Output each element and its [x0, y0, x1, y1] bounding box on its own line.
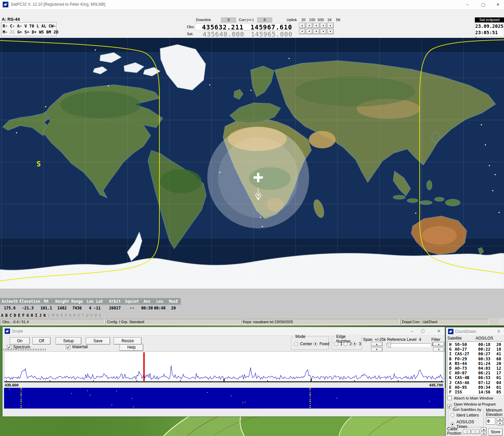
sat-letter-A[interactable]: A [1, 313, 5, 318]
scope-on-button[interactable]: On [10, 337, 30, 345]
min-elevation-down-button[interactable]: ▼ [497, 422, 503, 425]
waterfall-display[interactable] [4, 388, 444, 409]
edge-3-radio[interactable] [353, 342, 357, 346]
slider-track[interactable] [386, 343, 431, 347]
countdown-row-rs-44[interactable]: ARS-4401:2420 [447, 361, 503, 366]
col-header-los: Los [154, 299, 166, 304]
scope-minimize-button[interactable]: – [411, 329, 413, 334]
sat-letter-I[interactable]: I [35, 313, 40, 318]
countdown-row-iss[interactable]: FISS14:5605 [447, 390, 503, 394]
tune-up-button-1K[interactable]: ▲ [320, 23, 327, 28]
calibr-left-button[interactable]: ◄ [463, 430, 471, 434]
scope-maximize-button[interactable]: ▢ [421, 329, 425, 333]
cd-id: K [449, 375, 451, 380]
sat-letter-M: M [52, 313, 56, 318]
minimize-button[interactable]: – [462, 1, 473, 8]
satellite-ident-letters[interactable]: ABCDEFGHIJKLMNOPQRSTUVWX [1, 312, 103, 318]
edge-2[interactable]: 2 [344, 342, 352, 346]
scope-setup-button[interactable]: Setup [56, 337, 81, 345]
minimum-elevation-input[interactable]: 0 [486, 418, 495, 425]
countdown-row-ao-95[interactable]: EAO-9509:3401 [447, 385, 503, 390]
scope-close-button[interactable]: ✕ [437, 329, 441, 334]
edge-3[interactable]: 3 [353, 342, 361, 346]
edge-2-radio[interactable] [344, 342, 348, 346]
tune-down-button-100[interactable]: ▼ [306, 29, 312, 34]
sat-letter-B[interactable]: B [5, 313, 10, 318]
edge-1-radio[interactable] [334, 342, 338, 346]
sat-letter-G[interactable]: G [26, 313, 31, 318]
help-button[interactable]: Help [120, 344, 143, 351]
edge-1[interactable]: 1 [334, 342, 343, 346]
uplink-label: Uplink [287, 18, 297, 22]
store-button[interactable]: Store [488, 428, 503, 436]
downlink-offset-value[interactable]: 0 [221, 17, 236, 22]
tune-down-button-1K[interactable]: ▼ [320, 29, 327, 34]
sat-letter-D[interactable]: D [14, 313, 18, 318]
countdown-title-bar[interactable]: CountDown ✕ [446, 328, 504, 336]
mode-center-radio[interactable] [294, 342, 298, 346]
countdown-row-ao-07[interactable]: CAO-0706:2117 [447, 371, 503, 375]
spectrum-display[interactable] [4, 351, 444, 383]
col-header-elevation: Elevation [19, 299, 36, 304]
sat-letter-X: X [99, 313, 103, 318]
sat-letter-K[interactable]: K [44, 313, 48, 318]
min-elevation-up-button[interactable]: ▲ [497, 417, 503, 421]
cat-mode-box[interactable]: R- C- A- V T0 L AL CW- M- Z1 G+ S+ D+ W5… [1, 22, 57, 36]
sat-letter-E[interactable]: E [18, 313, 22, 318]
tune-up-button-20[interactable]: ▲ [299, 23, 305, 28]
mode-fixed[interactable]: Fixed [313, 342, 329, 346]
obs-label: Obs. [187, 25, 195, 29]
mode-fixed-radio[interactable] [313, 342, 317, 346]
scope-waterfall-row[interactable]: ✓Waterfall [66, 345, 88, 349]
span-up-button[interactable]: ▲ [371, 342, 382, 346]
sort-ident-letters-radio[interactable] [450, 413, 454, 417]
tune-up-button-100[interactable]: ▲ [306, 23, 312, 28]
title-bar[interactable]: SatPC32 V. 12.10 [Registered to Peter Ki… [0, 0, 504, 9]
sat-letter-J[interactable]: J [39, 313, 44, 318]
scope-off-button[interactable]: Off [32, 337, 51, 345]
scope-spectrum-row[interactable]: ✓Spectrum [7, 345, 30, 349]
slider-thumb[interactable] [388, 343, 391, 348]
tune-up-button-5K[interactable]: ▲ [327, 23, 334, 28]
reference-level-value: 4 [419, 337, 421, 342]
reference-level-slider[interactable] [386, 343, 431, 348]
scope-resize-button[interactable]: Resize [114, 337, 142, 345]
calibr-down-button[interactable]: ▼ [481, 432, 487, 435]
countdown-row-ao-27[interactable]: GAO-2700:2218 [447, 347, 503, 352]
sort-aos-los-times-radio[interactable] [450, 422, 454, 426]
satellite-countdown-list[interactable]: HSO-5000:1820GAO-2700:2218ICAS-2T00:2741… [447, 341, 503, 395]
scope-save-button[interactable]: Save [86, 337, 110, 345]
countdown-close-button[interactable]: ✕ [497, 329, 501, 334]
world-map[interactable]: S [0, 38, 504, 289]
tune-up-button-500[interactable]: ▲ [313, 23, 319, 28]
mode-center[interactable]: Center [294, 342, 312, 346]
observer-frequency-display[interactable]: 435632.211 145967.610 [195, 23, 290, 30]
sat-letter-F[interactable]: F [22, 313, 26, 318]
waterfall-checkbox[interactable]: ✓ [66, 345, 70, 349]
attach-checkbox-row[interactable]: Attach to Main Window [447, 396, 493, 400]
resize-grip[interactable] [499, 319, 504, 324]
countdown-row-cas-4b[interactable]: KCAS-4B06:5301 [447, 375, 503, 380]
scope-title-bar[interactable]: Scope – ▢ ✕ [3, 327, 445, 336]
countdown-row-cas-4a[interactable]: JCAS-4A07:1204 [447, 380, 503, 385]
sat-letter-C[interactable]: C [9, 313, 14, 318]
status-segment-2: Keps: nasabare.txt 23/09/2025 [241, 319, 400, 325]
countdown-row-ao-73[interactable]: DAO-7304:0312 [447, 366, 503, 371]
filter-up-button[interactable]: ▲ [433, 342, 444, 346]
countdown-row-fo-29[interactable]: BFO-2900:3360 [447, 357, 503, 361]
countdown-row-cas-2t[interactable]: ICAS-2T00:2741 [447, 352, 503, 356]
tune-down-button-20[interactable]: ▼ [299, 29, 305, 34]
tune-down-button-5K[interactable]: ▼ [327, 29, 334, 34]
tune-down-button-500[interactable]: ▼ [313, 29, 319, 34]
maximize-button[interactable]: ▢ [478, 1, 488, 8]
spectrum-checkbox[interactable]: ✓ [7, 345, 11, 349]
close-button[interactable]: ✕ [493, 1, 503, 8]
calibr-right-button[interactable]: ► [472, 430, 480, 434]
calibr-up-button[interactable]: ▲ [481, 427, 487, 431]
cd-id: D [449, 366, 451, 371]
sat-letter-H[interactable]: H [31, 313, 35, 318]
countdown-row-so-50[interactable]: HSO-5000:1820 [447, 342, 503, 347]
attach-checkbox[interactable] [447, 396, 452, 400]
sort-ident-letters[interactable]: Ident Letters [450, 413, 484, 418]
corr-value[interactable]: 0 [257, 17, 272, 22]
